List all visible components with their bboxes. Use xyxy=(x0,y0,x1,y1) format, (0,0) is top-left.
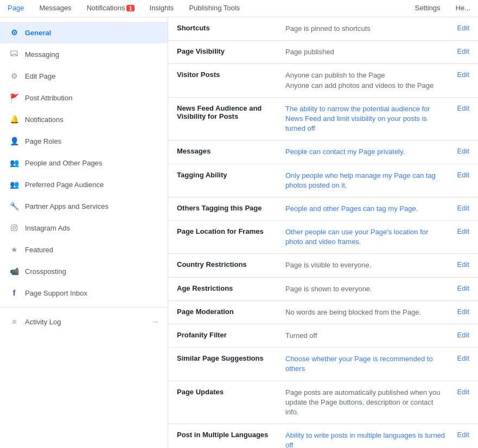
edit-button-post-multiple-languages[interactable]: Edit xyxy=(457,431,469,439)
nav-messages-label: Messages xyxy=(39,4,71,12)
settings-row-country-restrictions: Country RestrictionsPage is visible to e… xyxy=(168,254,478,277)
settings-row-shortcuts: ShortcutsPage is pinned to shortcutsEdit xyxy=(168,17,478,41)
nav-messages[interactable]: Messages xyxy=(31,0,79,17)
settings-value-country-restrictions: Page is visible to everyone. xyxy=(285,260,448,270)
sidebar-item-edit-page[interactable]: ⚙ Edit Page xyxy=(0,65,168,87)
sidebar-label-messaging: Messaging xyxy=(25,50,159,59)
settings-label-age-restrictions: Age Restrictions xyxy=(177,284,285,292)
sidebar-item-activity-log[interactable]: ≡ Activity Log → xyxy=(0,311,168,332)
edit-button-shortcuts[interactable]: Edit xyxy=(457,24,469,32)
sidebar-item-partner-apps[interactable]: 🔧 Partner Apps and Services xyxy=(0,195,168,217)
nav-insights[interactable]: Insights xyxy=(142,0,182,17)
settings-value-others-tagging: People and other Pages can tag my Page. xyxy=(285,204,448,214)
sidebar-item-messaging[interactable]: Messaging xyxy=(0,43,168,65)
svg-point-3 xyxy=(16,226,17,227)
svg-point-2 xyxy=(13,227,16,229)
settings-row-page-updates: Page UpdatesPage posts are automatically… xyxy=(168,381,478,425)
edit-button-visitor-posts[interactable]: Edit xyxy=(457,71,469,79)
sidebar-item-notifications[interactable]: 🔔 Notifications xyxy=(0,108,168,130)
sidebar-item-page-support-inbox[interactable]: f Page Support Inbox xyxy=(0,282,168,304)
nav-page[interactable]: Page xyxy=(0,0,31,17)
nav-settings-label: Settings xyxy=(415,4,441,12)
nav-help[interactable]: He... xyxy=(448,0,478,17)
settings-label-others-tagging: Others Tagging this Page xyxy=(177,204,285,212)
sidebar-label-notifications: Notifications xyxy=(25,116,159,124)
edit-button-messages[interactable]: Edit xyxy=(457,147,469,155)
edit-button-page-location-frames[interactable]: Edit xyxy=(457,227,469,235)
nav-publishing-tools-label: Publishing Tools xyxy=(189,4,240,12)
instagram-icon xyxy=(9,222,20,233)
nav-page-label: Page xyxy=(8,4,24,12)
settings-row-others-tagging: Others Tagging this PagePeople and other… xyxy=(168,197,478,221)
settings-value-page-location-frames: Other people can use your Page's locatio… xyxy=(285,227,448,247)
edit-button-country-restrictions[interactable]: Edit xyxy=(457,260,469,268)
sidebar-label-preferred-page-audience: Preferred Page Audience xyxy=(25,181,159,189)
sidebar-label-people-other-pages: People and Other Pages xyxy=(25,159,159,167)
settings-label-page-location-frames: Page Location for Frames xyxy=(177,227,285,235)
sidebar-item-featured[interactable]: ★ Featured xyxy=(0,239,168,260)
edit-button-page-updates[interactable]: Edit xyxy=(457,388,469,396)
settings-value-post-multiple-languages: Ability to write posts in multiple langu… xyxy=(285,431,448,448)
settings-row-visitor-posts: Visitor PostsAnyone can publish to the P… xyxy=(168,64,478,97)
settings-label-post-multiple-languages: Post in Multiple Languages xyxy=(177,431,285,439)
edit-button-page-moderation[interactable]: Edit xyxy=(457,308,469,316)
preferred-audience-icon: 👥 xyxy=(9,179,20,190)
sidebar-item-general[interactable]: ⚙ General xyxy=(0,22,168,43)
edit-button-others-tagging[interactable]: Edit xyxy=(457,204,469,212)
sidebar: ⚙ General Messaging ⚙ Edit Page 🚩 Post A… xyxy=(0,17,168,448)
sidebar-item-preferred-page-audience[interactable]: 👥 Preferred Page Audience xyxy=(0,174,168,195)
sidebar-label-crossposting: Crossposting xyxy=(25,267,159,276)
settings-row-profanity-filter: Profanity FilterTurned offEdit xyxy=(168,324,478,348)
messaging-icon xyxy=(9,49,20,60)
settings-label-profanity-filter: Profanity Filter xyxy=(177,331,285,339)
settings-value-shortcuts: Page is pinned to shortcuts xyxy=(285,24,448,34)
sidebar-divider xyxy=(0,307,168,308)
settings-container: ShortcutsPage is pinned to shortcutsEdit… xyxy=(168,17,478,448)
edit-button-news-feed-audience[interactable]: Edit xyxy=(457,104,469,112)
settings-row-similar-page-suggestions: Similar Page SuggestionsChoose whether y… xyxy=(168,348,478,381)
notifications-icon: 🔔 xyxy=(9,114,20,125)
settings-label-news-feed-audience: News Feed Audience and Visibility for Po… xyxy=(177,104,285,120)
people-icon: 👥 xyxy=(9,157,20,168)
edit-button-age-restrictions[interactable]: Edit xyxy=(457,284,469,292)
sidebar-label-page-roles: Page Roles xyxy=(25,137,159,145)
settings-row-messages: MessagesPeople can contact my Page priva… xyxy=(168,140,478,164)
edit-button-profanity-filter[interactable]: Edit xyxy=(457,331,469,339)
settings-value-age-restrictions: Page is shown to everyone. xyxy=(285,284,448,294)
gear-icon: ⚙ xyxy=(9,27,20,38)
edit-button-similar-page-suggestions[interactable]: Edit xyxy=(457,354,469,362)
settings-value-page-updates: Page posts are automatically published w… xyxy=(285,388,448,418)
sidebar-label-instagram-ads: Instagram Ads xyxy=(25,224,159,232)
main-content: ShortcutsPage is pinned to shortcutsEdit… xyxy=(168,17,478,448)
settings-row-tagging-ability: Tagging AbilityOnly people who help mana… xyxy=(168,164,478,197)
settings-label-shortcuts: Shortcuts xyxy=(177,24,285,32)
settings-label-page-updates: Page Updates xyxy=(177,388,285,396)
sidebar-item-instagram-ads[interactable]: Instagram Ads xyxy=(0,217,168,239)
sidebar-label-activity-log: Activity Log xyxy=(25,318,151,326)
nav-publishing-tools[interactable]: Publishing Tools xyxy=(181,0,247,17)
sidebar-label-partner-apps: Partner Apps and Services xyxy=(25,202,159,210)
sidebar-label-page-support-inbox: Page Support Inbox xyxy=(25,289,159,297)
settings-value-profanity-filter: Turned off xyxy=(285,331,448,341)
settings-row-page-visibility: Page VisibilityPage publishedEdit xyxy=(168,41,478,64)
page-support-icon: f xyxy=(9,287,20,298)
settings-value-similar-page-suggestions: Choose whether your Page is recommended … xyxy=(285,354,448,374)
settings-value-visitor-posts: Anyone can publish to the PageAnyone can… xyxy=(285,71,448,90)
sidebar-label-general: General xyxy=(25,29,159,37)
settings-value-news-feed-audience: The ability to narrow the potential audi… xyxy=(285,104,448,134)
settings-row-age-restrictions: Age RestrictionsPage is shown to everyon… xyxy=(168,278,478,301)
nav-notifications-label: Notifications xyxy=(87,4,125,12)
notifications-badge: 1 xyxy=(126,5,134,11)
activity-log-icon: ≡ xyxy=(9,316,20,327)
sidebar-label-post-attribution: Post Attribution xyxy=(25,94,159,102)
sidebar-item-crossposting[interactable]: 📹 Crossposting xyxy=(0,260,168,282)
settings-row-page-location-frames: Page Location for FramesOther people can… xyxy=(168,221,478,254)
sidebar-item-page-roles[interactable]: 👤 Page Roles xyxy=(0,130,168,152)
nav-notifications[interactable]: Notifications 1 xyxy=(79,0,142,17)
nav-settings[interactable]: Settings xyxy=(407,0,448,17)
edit-button-tagging-ability[interactable]: Edit xyxy=(457,171,469,179)
settings-label-tagging-ability: Tagging Ability xyxy=(177,171,285,179)
edit-button-page-visibility[interactable]: Edit xyxy=(457,47,469,55)
sidebar-item-people-other-pages[interactable]: 👥 People and Other Pages xyxy=(0,152,168,174)
sidebar-item-post-attribution[interactable]: 🚩 Post Attribution xyxy=(0,87,168,108)
